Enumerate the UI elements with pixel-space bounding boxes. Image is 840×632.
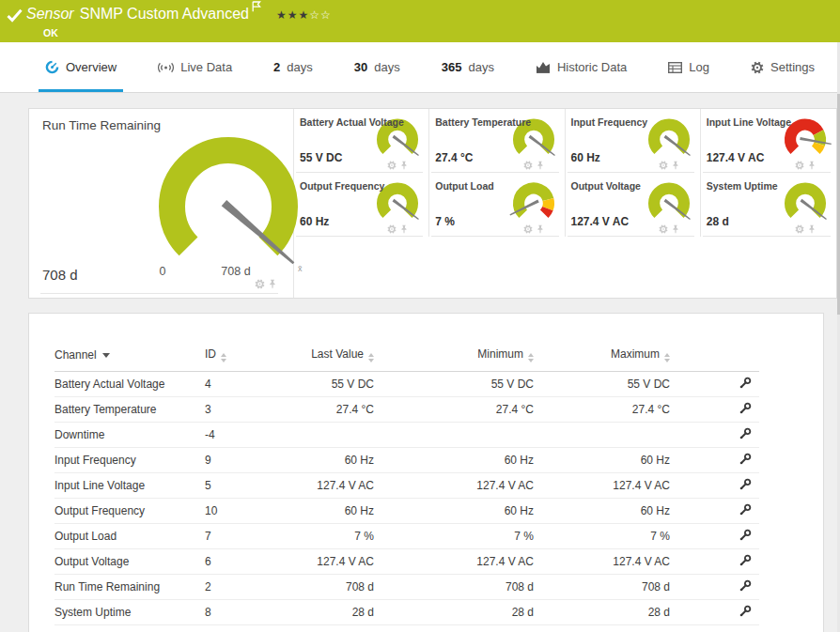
cell-last-value: 60 Hz — [280, 448, 374, 473]
tab-bar: OverviewLive Data2days30days365daysHisto… — [0, 42, 840, 93]
gauge-output-voltage: Output Voltage127.4 V AC — [566, 173, 701, 237]
cell-maximum: 27.4 °C — [534, 397, 670, 423]
cell-last-value — [280, 423, 374, 448]
divider — [40, 293, 278, 294]
gauge-value: 60 Hz — [571, 151, 600, 164]
log-icon — [668, 62, 682, 73]
cell-maximum — [534, 423, 670, 448]
tab-log[interactable]: Log — [668, 42, 709, 92]
tab-settings[interactable]: Settings — [751, 42, 815, 92]
gauge-battery-temperature: Battery Temperature27.4 °C — [429, 109, 565, 173]
gauge-settings-gear-icon[interactable] — [387, 161, 397, 170]
priority-stars[interactable]: ★★★☆☆ — [276, 8, 332, 22]
gauge-pin-icon[interactable] — [269, 279, 276, 289]
gauge-footer-icons — [659, 224, 679, 234]
gauge-settings-gear-icon[interactable] — [523, 161, 533, 170]
gauge-settings-gear-icon[interactable] — [659, 224, 668, 234]
tab-30-days[interactable]: 30days — [354, 42, 400, 92]
gauge-value: 7 % — [435, 215, 455, 228]
cell-id: 4 — [205, 372, 280, 397]
gauge-value: 127.4 V AC — [571, 215, 630, 228]
cell-channel: Input Line Voltage — [54, 473, 205, 499]
gauge-label: Output Voltage — [571, 180, 641, 192]
gauge-pin-icon[interactable] — [808, 224, 816, 234]
channel-settings-wrench-icon[interactable] — [739, 529, 752, 542]
sort-icon — [368, 353, 374, 362]
channel-settings-wrench-icon[interactable] — [739, 453, 752, 466]
cell-channel: Output Load — [54, 524, 205, 549]
cell-last-value: 127.4 V AC — [280, 473, 374, 499]
column-header-actions — [670, 346, 759, 372]
cell-id: 3 — [205, 397, 280, 423]
flag-icon[interactable] — [252, 0, 261, 16]
channel-row-battery-actual-voltage: Battery Actual Voltage455 V DC55 V DC55 … — [54, 372, 759, 397]
gauge-footer-icons — [523, 224, 544, 234]
cell-channel: Output Voltage — [54, 549, 205, 575]
cell-maximum: 28 d — [534, 600, 670, 625]
gauge-output-load: Output Load7 % — [429, 173, 565, 237]
cell-id: 8 — [205, 600, 280, 625]
sort-icon — [664, 353, 670, 362]
cell-last-value: 55 V DC — [280, 372, 374, 397]
tab-overview[interactable]: Overview — [45, 42, 117, 92]
gauge-footer-icons — [659, 161, 679, 170]
settings-gear-icon — [751, 61, 764, 74]
channel-settings-wrench-icon[interactable] — [739, 554, 752, 567]
cell-maximum: 7 % — [534, 524, 670, 549]
gauge-footer-icons — [795, 224, 816, 234]
gauge-pin-icon[interactable] — [672, 224, 679, 234]
column-header-id[interactable]: ID — [205, 346, 280, 372]
channel-settings-wrench-icon[interactable] — [739, 579, 752, 593]
sensor-title: SNMP Custom Advanced — [80, 6, 249, 22]
channel-settings-wrench-icon[interactable] — [739, 402, 752, 415]
column-header-last-value[interactable]: Last Value — [280, 346, 374, 372]
cell-minimum: 60 Hz — [374, 448, 534, 473]
column-header-minimum[interactable]: Minimum — [374, 346, 534, 372]
cell-id: -4 — [205, 423, 280, 448]
tab-2-days[interactable]: 2days — [273, 42, 313, 92]
gauge-footer-icons — [795, 161, 816, 170]
gauge-settings-gear-icon[interactable] — [795, 161, 804, 170]
cell-maximum: 60 Hz — [534, 499, 670, 524]
cell-id: 9 — [205, 448, 280, 473]
sort-icon — [528, 353, 534, 362]
channel-settings-wrench-icon[interactable] — [739, 605, 752, 618]
channel-settings-wrench-icon[interactable] — [739, 377, 752, 390]
historic-data-icon — [536, 61, 551, 73]
gauge-pin-icon[interactable] — [672, 161, 679, 170]
sort-desc-icon — [102, 353, 110, 358]
gauge-settings-gear-icon[interactable] — [387, 224, 397, 234]
title-line: SensorSNMP Custom Advanced★★★☆☆ — [26, 6, 332, 23]
channel-settings-wrench-icon[interactable] — [739, 478, 752, 491]
channels-panel: ChannelIDLast ValueMinimumMaximumBattery… — [28, 313, 824, 632]
gauge-min-label: 0 — [142, 265, 183, 278]
channel-settings-wrench-icon[interactable] — [739, 503, 752, 516]
gauge-value: 28 d — [707, 215, 729, 228]
cell-last-value: 28 d — [280, 600, 374, 625]
gauge-settings-gear-icon[interactable] — [255, 279, 265, 289]
gauge-settings-gear-icon[interactable] — [659, 161, 668, 170]
column-header-maximum[interactable]: Maximum — [534, 346, 670, 372]
column-header-channel[interactable]: Channel — [54, 346, 205, 372]
status-check-icon — [7, 8, 23, 23]
gauge-pin-icon[interactable] — [537, 161, 544, 170]
gauge-label: Battery Temperature — [435, 116, 531, 128]
channel-row-run-time-remaining: Run Time Remaining2708 d708 d708 d — [54, 575, 759, 600]
gauge-pin-icon[interactable] — [808, 161, 816, 170]
gauge-settings-gear-icon[interactable] — [795, 224, 804, 234]
gauge-input-line-voltage: Input Line Voltage127.4 V AC — [701, 109, 836, 173]
cell-last-value: 7 % — [280, 524, 374, 549]
cell-id: 2 — [205, 575, 280, 600]
gauge-value: 60 Hz — [300, 215, 329, 228]
tab-historic-data[interactable]: Historic Data — [536, 42, 627, 92]
gauge-pin-icon[interactable] — [400, 224, 408, 234]
channel-settings-wrench-icon[interactable] — [739, 427, 752, 440]
cell-id: 5 — [205, 473, 280, 499]
gauge-pin-icon[interactable] — [400, 161, 408, 170]
gauge-settings-gear-icon[interactable] — [523, 224, 533, 234]
gauge-pin-icon[interactable] — [537, 224, 544, 234]
channel-row-output-voltage: Output Voltage6127.4 V AC127.4 V AC127.4… — [54, 549, 759, 575]
tab-live-data[interactable]: Live Data — [158, 42, 232, 92]
cell-last-value: 60 Hz — [280, 499, 374, 524]
tab-365-days[interactable]: 365days — [442, 42, 494, 92]
